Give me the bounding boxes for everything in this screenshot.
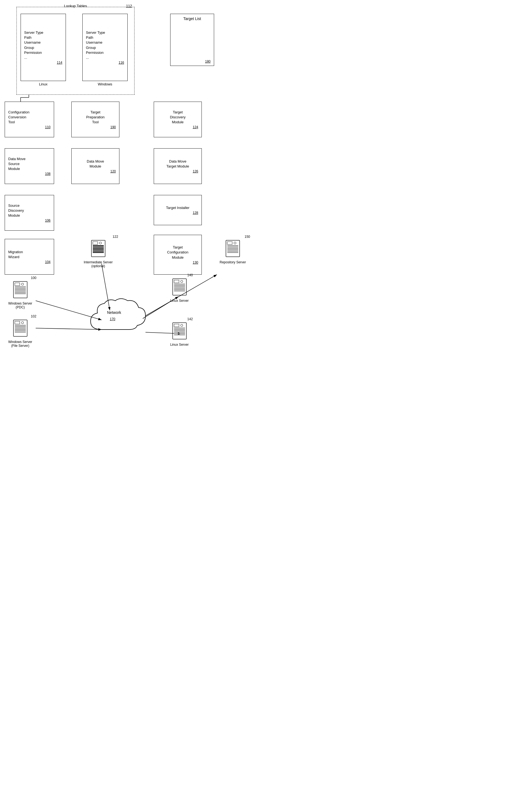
windows-sub-label: Windows xyxy=(98,82,112,86)
linux-fields: Server Type Path Username Group Permissi… xyxy=(24,30,43,60)
lookup-tables-num: 112 xyxy=(126,4,132,8)
target-discovery-box: Target Discovery Module 124 xyxy=(154,101,202,137)
svg-rect-36 xyxy=(15,332,26,333)
target-configuration-label: Target Configuration Module xyxy=(167,245,188,260)
network-cloud-icon xyxy=(85,297,148,338)
svg-rect-43 xyxy=(174,288,185,289)
svg-rect-21 xyxy=(15,283,20,285)
target-discovery-label: Target Discovery Module xyxy=(170,110,186,125)
server-icon-linux2 xyxy=(171,321,188,340)
target-preparation-num: 190 xyxy=(110,125,116,129)
svg-rect-61 xyxy=(227,249,238,250)
svg-rect-57 xyxy=(227,242,232,244)
repo-num: 150 xyxy=(245,235,250,239)
target-list-box: Target List 180 xyxy=(170,14,214,66)
migration-wizard-box: Migration Wizard 104 xyxy=(5,239,54,275)
svg-rect-39 xyxy=(174,280,179,283)
data-move-source-box: Data Move Source Module 108 xyxy=(5,148,54,184)
svg-rect-60 xyxy=(227,248,238,249)
target-configuration-box: Target Configuration Module 130 xyxy=(154,235,202,275)
target-installer-label: Target Installer xyxy=(166,205,189,210)
svg-rect-51 xyxy=(174,330,185,331)
svg-rect-31 xyxy=(15,325,26,326)
svg-rect-32 xyxy=(15,326,26,327)
svg-rect-63 xyxy=(227,252,238,253)
windows-file-label: Windows Server (File Server) xyxy=(8,340,32,348)
target-discovery-num: 124 xyxy=(193,125,198,129)
svg-rect-62 xyxy=(227,251,238,252)
network-label: Network xyxy=(107,310,121,315)
config-conversion-label: Configuration Conversion Tool xyxy=(8,110,30,125)
data-move-module-num: 120 xyxy=(110,169,116,173)
svg-point-55 xyxy=(180,324,183,327)
repository-server: 150 Repository Server xyxy=(220,239,246,264)
linux-server-142: 142 Linux Server xyxy=(170,321,189,347)
target-preparation-label: Target Preparation Tool xyxy=(86,110,104,125)
server-icon-file xyxy=(12,318,28,338)
source-discovery-label: Source Discovery Module xyxy=(8,203,24,218)
target-installer-box: Target Installer 128 xyxy=(154,195,202,225)
windows-pdc-server: 100 Windows Server (PDC) xyxy=(8,280,32,309)
windows-file-server: 102 Windows Server (File Server) xyxy=(8,318,32,348)
linux-sub-label: Linux xyxy=(39,82,48,86)
data-move-source-num: 108 xyxy=(45,172,51,176)
migration-wizard-num: 104 xyxy=(45,260,51,264)
server-icon-pdc xyxy=(12,280,28,299)
intermediate-server: 122 Intermediate Server (optional) xyxy=(84,239,113,268)
server-icon xyxy=(90,239,107,258)
svg-rect-30 xyxy=(15,321,20,324)
svg-rect-41 xyxy=(174,285,185,286)
svg-rect-35 xyxy=(15,330,26,331)
svg-rect-14 xyxy=(93,246,104,247)
data-move-target-label: Data Move Target Module xyxy=(166,159,189,169)
target-list-label: Target List xyxy=(183,16,201,22)
svg-point-64 xyxy=(234,242,236,244)
svg-rect-54 xyxy=(174,334,185,335)
svg-rect-48 xyxy=(174,324,179,327)
linux-server-142-num: 142 xyxy=(187,317,193,321)
svg-rect-45 xyxy=(174,291,185,291)
svg-rect-12 xyxy=(93,242,98,244)
data-move-source-label: Data Move Source Module xyxy=(8,156,25,172)
svg-rect-52 xyxy=(174,332,185,333)
diagram: Lookup Tables 112 Server Type Path Usern… xyxy=(0,0,266,399)
config-conversion-num: 110 xyxy=(45,125,51,129)
svg-point-19 xyxy=(99,242,101,244)
windows-pdc-label: Windows Server (PDC) xyxy=(8,301,32,309)
svg-point-28 xyxy=(21,283,24,285)
svg-rect-23 xyxy=(15,288,26,289)
svg-rect-42 xyxy=(174,286,185,287)
target-preparation-box: Target Preparation Tool 190 xyxy=(71,101,119,137)
svg-point-46 xyxy=(180,280,183,282)
linux-table-box: Server Type Path Username Group Permissi… xyxy=(21,14,66,81)
linux-server-140: 140 Linux Server xyxy=(170,277,189,303)
svg-rect-33 xyxy=(15,328,26,329)
svg-rect-15 xyxy=(93,248,104,249)
windows-fields: Server Type Path Username Group Permissi… xyxy=(86,30,105,60)
server-icon-repo xyxy=(225,239,241,258)
svg-rect-50 xyxy=(174,329,185,330)
linux-num: 114 xyxy=(57,61,62,64)
svg-rect-40 xyxy=(174,284,185,284)
svg-rect-49 xyxy=(174,328,185,329)
intermediate-server-label: Intermediate Server (optional) xyxy=(84,260,113,268)
svg-rect-59 xyxy=(227,246,238,247)
svg-rect-24 xyxy=(15,289,26,290)
linux-server-142-label: Linux Server xyxy=(170,343,189,347)
intermediate-server-num: 122 xyxy=(113,235,118,239)
windows-num: 116 xyxy=(119,61,124,64)
source-discovery-box: Source Discovery Module 106 xyxy=(5,195,54,231)
source-discovery-num: 106 xyxy=(45,219,51,222)
linux-server-140-num: 140 xyxy=(187,273,193,277)
data-move-target-num: 126 xyxy=(193,169,198,173)
target-configuration-num: 130 xyxy=(193,261,198,264)
repo-label: Repository Server xyxy=(220,260,246,264)
svg-rect-25 xyxy=(15,291,26,291)
config-conversion-box: Configuration Conversion Tool 110 xyxy=(5,101,54,137)
svg-rect-53 xyxy=(174,333,185,334)
windows-pdc-num: 100 xyxy=(31,276,36,280)
linux-server-140-label: Linux Server xyxy=(170,299,189,303)
svg-rect-16 xyxy=(93,249,104,250)
network-cloud: Network 170 xyxy=(85,297,148,339)
svg-rect-26 xyxy=(15,292,26,293)
